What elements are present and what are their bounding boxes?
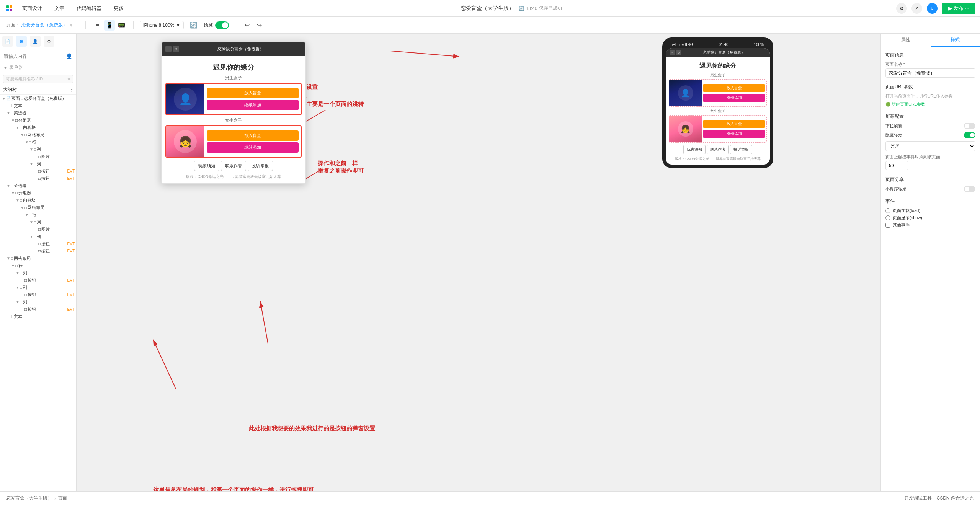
preview-female-enter-btn[interactable]: 放入盲盒 [703, 120, 765, 128]
event-show-radio[interactable] [885, 215, 890, 220]
tree-toggle[interactable]: ▼ [2, 96, 6, 101]
event-load-row[interactable]: 页面加载(load) [885, 208, 975, 213]
publish-button[interactable]: ▶ 发布 ··· [942, 3, 975, 14]
tab-style[interactable]: 样式 [931, 34, 980, 47]
tree-item-selector-2[interactable]: ▼ □ 菜选器 [0, 182, 76, 189]
undo-button[interactable]: ↩ [242, 20, 252, 31]
preview-male-add-btn[interactable]: 继续添加 [703, 94, 765, 102]
share-icon[interactable]: ↗ [911, 3, 922, 14]
preview-female-add-btn[interactable]: 继续添加 [703, 130, 765, 138]
preview-toggle-switch[interactable] [215, 21, 229, 29]
tree-item-group-1[interactable]: ▼ □ 分组器 [0, 117, 76, 124]
preview-player-btn[interactable]: 玩家须知 [683, 145, 706, 154]
menu-code-editor[interactable]: 代码编辑器 [74, 3, 104, 13]
tree-expand-icon[interactable]: ↕ [70, 87, 73, 93]
tree-toggle[interactable]: ▼ [20, 133, 24, 137]
tree-item-content-2[interactable]: ▼ □ 内容块 [0, 197, 76, 204]
redo-button[interactable]: ↪ [254, 20, 265, 31]
tree-item-col-1[interactable]: ▼ □ 列 [0, 146, 76, 153]
sidebar-icon-components[interactable]: ⊞ [16, 36, 27, 47]
event-other-checkbox[interactable] [885, 223, 890, 228]
tree-item-text-1[interactable]: ▶ T 文本 [0, 102, 76, 109]
tree-toggle[interactable]: ▼ [24, 140, 29, 144]
sidebar-icon-page[interactable]: 📄 [2, 36, 13, 47]
tree-item-content-1[interactable]: ▼ □ 内容块 [0, 124, 76, 131]
preview-male-enter-btn[interactable]: 放入盲盒 [703, 84, 765, 92]
event-other-row[interactable]: 其他事件 [885, 222, 975, 228]
event-show-row[interactable]: 页面显示(show) [885, 215, 975, 221]
bottom-dev-tool[interactable]: 开发调试工具 [904, 495, 932, 502]
component-id-input[interactable]: 可搜索组件名称 / ID ⇅ [3, 75, 73, 83]
tree-toggle[interactable]: ▼ [11, 264, 15, 268]
editor-female-enter-btn[interactable]: 放入盲盒 [207, 130, 299, 141]
tree-item-button-3[interactable]: □ 按钮 EVT [0, 240, 76, 248]
tree-item-image-1[interactable]: □ 图片 [0, 153, 76, 160]
preview-male-card[interactable]: 👤 放入盲盒 继续添加 [669, 79, 767, 107]
tree-toggle[interactable]: ▼ [6, 111, 11, 115]
sidebar-search-input[interactable] [4, 54, 66, 59]
tree-toggle[interactable]: ▼ [15, 300, 20, 304]
hide-select[interactable]: 监屏 [885, 141, 975, 151]
preview-female-card[interactable]: 👧 放入盲盒 继续添加 [669, 115, 767, 143]
tree-toggle[interactable]: ▼ [15, 198, 20, 202]
tree-toggle[interactable]: ▼ [20, 205, 24, 210]
preview-dot-menu[interactable]: ··· [670, 50, 675, 55]
sidebar-search-icon[interactable]: 👤 [66, 53, 72, 59]
wechat-share-toggle[interactable] [964, 186, 975, 192]
tree-item-row-1[interactable]: ▼ □ 行 [0, 138, 76, 146]
download-toggle[interactable] [964, 123, 975, 129]
tree-item-col-2[interactable]: ▼ □ 列 [0, 160, 76, 168]
tree-item-button-4[interactable]: □ 按钮 EVT [0, 248, 76, 255]
tree-item-col-3[interactable]: ▼ □ 列 [0, 218, 76, 226]
tree-item-button-6[interactable]: □ 按钮 EVT [0, 291, 76, 298]
menu-page-design[interactable]: 页面设计 [20, 3, 44, 13]
tree-item-page[interactable]: ▼ 📄 页面：恋爱分盲盒（免费版） [0, 95, 76, 102]
editor-male-card[interactable]: 👤 放入盲盒 继续添加 [165, 83, 302, 115]
preview-report-btn[interactable]: 投诉举报 [730, 145, 752, 154]
tree-item-button-7[interactable]: □ 按钮 EVT [0, 306, 76, 313]
editor-female-card[interactable]: 👧 放入盲盒 继续添加 [165, 125, 302, 158]
tablet-view-icon[interactable]: 📟 [116, 20, 127, 31]
tree-toggle[interactable]: ▼ [15, 271, 20, 275]
tree-item-col-5[interactable]: ▼ □ 列 [0, 269, 76, 277]
editor-player-btn[interactable]: 玩家须知 [194, 161, 219, 171]
tree-item-col-4[interactable]: ▼ □ 列 [0, 233, 76, 240]
editor-male-add-btn[interactable]: 继续添加 [207, 100, 299, 110]
editor-male-enter-btn[interactable]: 放入盲盒 [207, 88, 299, 98]
tree-toggle[interactable]: ▼ [29, 147, 34, 152]
hide-toggle[interactable] [964, 132, 975, 138]
tree-item-col-7[interactable]: ▼ □ 列 [0, 298, 76, 306]
preview-contact-btn[interactable]: 联系作者 [707, 145, 729, 154]
tree-item-grid-1[interactable]: ▼ □ 网格布局 [0, 131, 76, 138]
tree-toggle[interactable]: ▼ [29, 220, 34, 224]
dot-menu[interactable]: ··· [165, 46, 172, 52]
tree-toggle[interactable]: ▼ [15, 285, 20, 290]
tree-toggle[interactable]: ▼ [29, 162, 34, 166]
tree-toggle[interactable]: ▼ [11, 118, 15, 122]
editor-report-btn[interactable]: 投诉举报 [248, 161, 273, 171]
menu-article[interactable]: 文章 [52, 3, 67, 13]
editor-contact-btn[interactable]: 联系作者 [221, 161, 246, 171]
tree-item-button-2[interactable]: □ 按钮 EVT [0, 175, 76, 182]
tree-item-text-2[interactable]: T 文本 [0, 313, 76, 320]
tree-item-button-1[interactable]: □ 按钮 EVT [0, 168, 76, 175]
tree-toggle[interactable]: ▼ [15, 125, 20, 130]
tree-item-grid-3[interactable]: ▼ □ 网格布局 [0, 255, 76, 262]
refresh-icon[interactable]: 🔄 [188, 20, 199, 31]
preview-dot-cam[interactable]: ⊙ [676, 50, 681, 55]
tree-item-image-2[interactable]: □ 图片 [0, 226, 76, 233]
user-avatar[interactable]: U [927, 3, 938, 14]
tree-item-row-2[interactable]: ▼ □ 行 [0, 211, 76, 218]
page-name-input[interactable] [885, 68, 975, 78]
mobile-view-icon[interactable]: 📱 [104, 20, 115, 31]
tree-toggle[interactable]: ▼ [11, 191, 15, 195]
tree-item-row-3[interactable]: ▼ □ 行 [0, 262, 76, 269]
tree-item-selector-1[interactable]: ▼ □ 菜选器 [0, 109, 76, 117]
tree-item-col-6[interactable]: ▼ □ 列 [0, 284, 76, 291]
tree-item-button-5[interactable]: □ 按钮 EVT [0, 277, 76, 284]
tree-item-group-2[interactable]: ▼ □ 分组器 [0, 189, 76, 197]
sidebar-icon-settings[interactable]: ⚙ [44, 36, 54, 47]
device-selector[interactable]: iPhone 8 100% ▼ [140, 21, 184, 29]
create-url-param-link[interactable]: 🟢 新建页面URL参数 [885, 101, 975, 107]
tree-toggle[interactable]: ▼ [24, 213, 29, 217]
